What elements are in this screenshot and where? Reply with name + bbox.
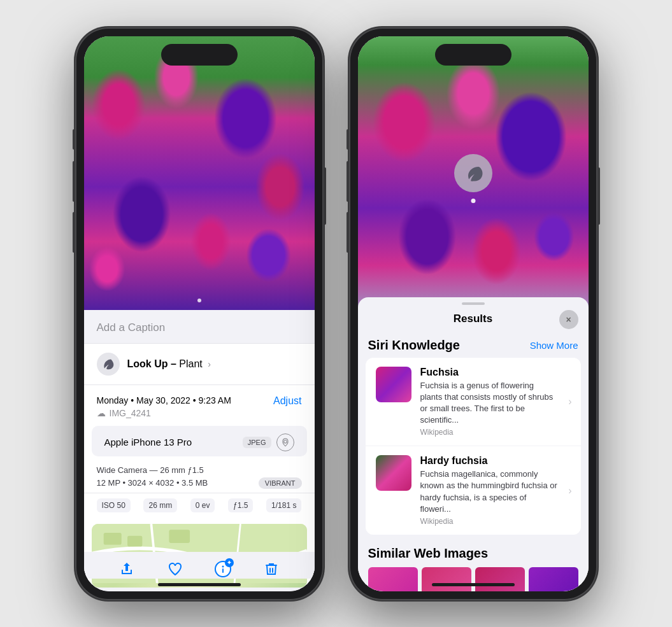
date-line: Monday • May 30, 2022 • 9:23 AM xyxy=(97,395,231,405)
fuchsia-chevron-icon: › xyxy=(568,396,571,407)
leaf-icon xyxy=(102,358,115,370)
caption-placeholder[interactable]: Add a Caption xyxy=(97,321,166,334)
similar-image-3[interactable] xyxy=(475,567,525,591)
siri-dot xyxy=(471,199,475,203)
power-button xyxy=(324,167,326,225)
info-badge: ✦ xyxy=(225,558,234,567)
delete-button[interactable] xyxy=(262,560,281,579)
cloud-icon: ☁ xyxy=(97,408,106,418)
favorite-button[interactable] xyxy=(166,560,185,579)
filename-text: IMG_4241 xyxy=(110,408,151,418)
share-button[interactable] xyxy=(117,560,136,579)
phone2-content: Results × Siri Knowledge Show More xyxy=(358,36,589,591)
phone1-content: Add a Caption Look Up – Plant › xyxy=(84,36,315,591)
home-indicator-2 xyxy=(432,583,515,586)
toolbar: ✦ xyxy=(84,552,315,579)
show-more-button[interactable]: Show More xyxy=(530,340,578,351)
similar-image-2[interactable] xyxy=(422,567,471,591)
hardy-fuchsia-desc: Fuchsia magellanica, commonly known as t… xyxy=(420,468,558,515)
hardy-fuchsia-name: Hardy fuchsia xyxy=(420,455,558,467)
share-icon xyxy=(119,561,134,577)
svg-rect-7 xyxy=(222,568,224,573)
home-indicator-1 xyxy=(158,583,241,586)
dynamic-island-1 xyxy=(161,44,238,66)
similar-image-1[interactable] xyxy=(368,567,418,591)
svg-point-6 xyxy=(222,565,224,567)
fuchsia-name: Fuchsia xyxy=(420,367,558,378)
exif-focal: 26 mm xyxy=(143,498,177,512)
exif-aperture: ƒ1.5 xyxy=(228,498,253,512)
device-badges: JPEG xyxy=(243,433,294,451)
knowledge-item-fuchsia[interactable]: Fuchsia Fuchsia is a genus of flowering … xyxy=(366,358,581,447)
device-name: Apple iPhone 13 Pro xyxy=(104,437,192,447)
location-badge xyxy=(276,433,294,451)
date-info: Monday • May 30, 2022 • 9:23 AM ☁ IMG_42… xyxy=(97,395,231,418)
fuchsia-text: Fuchsia Fuchsia is a genus of flowering … xyxy=(420,367,571,437)
similar-title: Similar Web Images xyxy=(368,546,578,561)
volume-up-button xyxy=(73,161,75,202)
fuchsia-thumbnail xyxy=(376,367,411,402)
phone-screen-2: Results × Siri Knowledge Show More xyxy=(358,36,589,591)
lookup-row[interactable]: Look Up – Plant › xyxy=(84,344,315,385)
dynamic-island-2 xyxy=(435,44,511,66)
flower-background-1 xyxy=(84,36,315,310)
sheet-header: Results × xyxy=(358,305,589,332)
similar-images-grid xyxy=(368,567,578,591)
mute-button-2 xyxy=(347,129,349,150)
exif-shutter: 1/181 s xyxy=(266,498,301,512)
exif-ev: 0 ev xyxy=(190,498,215,512)
lookup-text: Look Up – Plant › xyxy=(127,358,211,370)
exif-row: ISO 50 26 mm 0 ev ƒ1.5 1/181 s xyxy=(84,493,315,519)
camera-spec-line2: 12 MP • 3024 × 4032 • 3.5 MB VIBRANT xyxy=(97,477,302,489)
sheet-title: Results xyxy=(454,313,492,325)
hardy-thumb-image xyxy=(376,455,411,491)
svg-rect-2 xyxy=(103,533,121,545)
camera-specs: Wide Camera — 26 mm ƒ1.5 12 MP • 3024 × … xyxy=(84,461,315,493)
jpeg-badge: JPEG xyxy=(243,437,271,448)
hardy-fuchsia-text: Hardy fuchsia Fuchsia magellanica, commo… xyxy=(420,455,571,526)
page-dot-1 xyxy=(197,299,201,302)
volume-down-button-2 xyxy=(347,212,349,253)
adjust-button[interactable]: Adjust xyxy=(273,395,301,407)
knowledge-item-hardy-fuchsia[interactable]: Hardy fuchsia Fuchsia magellanica, commo… xyxy=(366,446,581,535)
fuchsia-thumb-image xyxy=(376,367,411,402)
photo-area-1[interactable] xyxy=(84,36,315,310)
camera-spec-line1: Wide Camera — 26 mm ƒ1.5 xyxy=(97,465,302,475)
volume-down-button xyxy=(73,212,75,253)
phone-2: Results × Siri Knowledge Show More xyxy=(349,27,597,600)
heart-icon xyxy=(168,561,183,577)
mute-button xyxy=(73,129,75,150)
filename-line: ☁ IMG_4241 xyxy=(97,408,231,418)
fuchsia-source: Wikipedia xyxy=(420,428,558,437)
leaf-lookup-icon xyxy=(463,163,483,183)
siri-knowledge-header: Siri Knowledge Show More xyxy=(358,332,589,358)
hardy-fuchsia-source: Wikipedia xyxy=(420,517,558,526)
date-row: Monday • May 30, 2022 • 9:23 AM ☁ IMG_42… xyxy=(84,385,315,421)
camera-spec-text2: 12 MP • 3024 × 4032 • 3.5 MB xyxy=(97,478,208,488)
phone-screen-1: Add a Caption Look Up – Plant › xyxy=(84,36,315,591)
power-button-2 xyxy=(597,167,600,225)
photo-area-2[interactable] xyxy=(358,36,589,323)
knowledge-card: Fuchsia Fuchsia is a genus of flowering … xyxy=(366,358,581,535)
visual-lookup-button[interactable] xyxy=(454,154,492,192)
volume-up-button-2 xyxy=(347,161,349,202)
info-button[interactable]: ✦ xyxy=(213,560,232,579)
siri-knowledge-title: Siri Knowledge xyxy=(368,338,460,353)
lookup-chevron-icon: › xyxy=(208,359,211,369)
close-button[interactable]: × xyxy=(559,310,578,329)
device-row: Apple iPhone 13 Pro JPEG xyxy=(92,426,307,456)
results-sheet: Results × Siri Knowledge Show More xyxy=(358,297,589,591)
svg-point-0 xyxy=(283,440,287,443)
phone-1: Add a Caption Look Up – Plant › xyxy=(75,27,324,600)
location-icon xyxy=(281,438,290,447)
svg-rect-3 xyxy=(127,535,142,546)
svg-rect-4 xyxy=(169,530,190,543)
similar-image-4[interactable] xyxy=(529,567,578,591)
vibrant-badge: VIBRANT xyxy=(259,477,302,489)
lookup-icon-circle xyxy=(97,353,120,376)
fuchsia-desc: Fuchsia is a genus of flowering plants t… xyxy=(420,380,558,426)
hardy-fuchsia-chevron-icon: › xyxy=(568,485,571,497)
caption-area[interactable]: Add a Caption xyxy=(84,310,315,344)
exif-iso: ISO 50 xyxy=(97,498,131,512)
trash-icon xyxy=(264,561,279,577)
